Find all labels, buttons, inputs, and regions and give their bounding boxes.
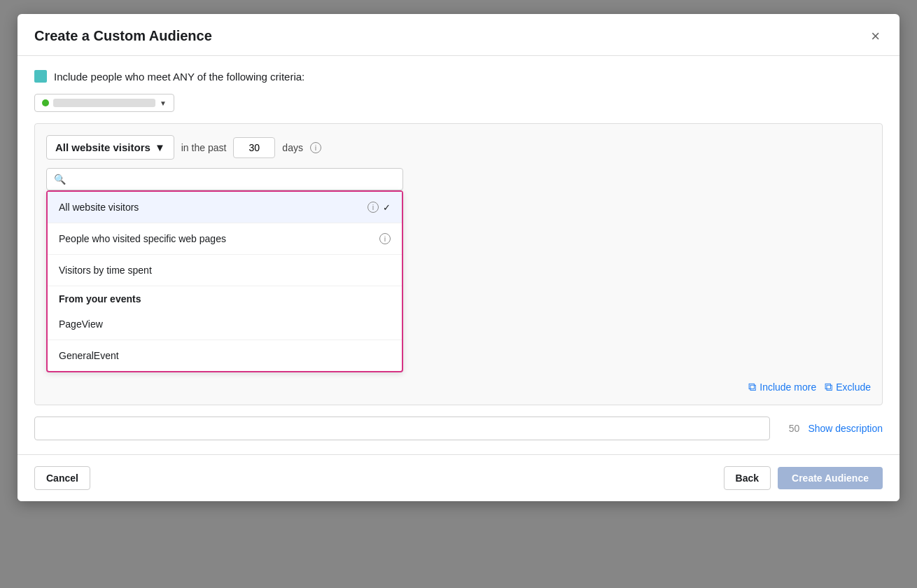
pixel-dropdown[interactable]: ▼	[34, 94, 174, 112]
rule-top-row: All website visitors ▼ in the past days …	[46, 135, 871, 160]
visitor-type-label: All website visitors	[55, 141, 150, 153]
modal-footer: Cancel Back Create Audience	[18, 454, 899, 501]
include-more-icon: ⧉	[748, 381, 756, 393]
check-mark-icon: ✓	[383, 202, 391, 213]
back-button[interactable]: Back	[724, 466, 771, 490]
visitor-type-dropdown-list: All website visitors i ✓ People who visi…	[46, 190, 403, 372]
search-and-dropdown: 🔍 All website visitors i ✓	[46, 168, 871, 372]
modal-body: Include people who meet ANY of the follo…	[18, 56, 899, 454]
item-info-icon[interactable]: i	[368, 202, 379, 213]
pixel-text-placeholder	[53, 99, 155, 107]
include-more-label: Include more	[760, 382, 816, 393]
green-dot-icon	[42, 99, 49, 106]
create-audience-button[interactable]: Create Audience	[778, 467, 883, 489]
dropdown-item-label: People who visited specific web pages	[59, 233, 226, 244]
rule-wrapper: All website visitors ▼ in the past days …	[34, 123, 883, 405]
close-button[interactable]: ×	[868, 29, 883, 44]
search-input[interactable]	[70, 174, 396, 185]
footer-right: Back Create Audience	[724, 466, 883, 490]
rule-actions: ⧉ Include more ⧉ Exclude	[46, 381, 871, 393]
char-count: 50	[778, 423, 799, 434]
exclude-button[interactable]: ⧉ Exclude	[825, 381, 871, 393]
visitor-dropdown-arrow-icon: ▼	[155, 141, 165, 153]
dropdown-item-generalevent[interactable]: GeneralEvent	[48, 340, 402, 371]
dropdown-item-time-spent[interactable]: Visitors by time spent	[48, 255, 402, 286]
pixel-select-row: ▼	[34, 94, 883, 112]
modal-header: Create a Custom Audience ×	[18, 14, 899, 56]
dropdown-item-right: i ✓	[368, 202, 391, 213]
rule-container: All website visitors ▼ in the past days …	[34, 123, 883, 405]
dropdown-item-right: i	[379, 233, 391, 244]
dropdown-item-pageview[interactable]: PageView	[48, 309, 402, 340]
visitor-type-dropdown[interactable]: All website visitors ▼	[46, 135, 174, 160]
exclude-label: Exclude	[836, 382, 871, 393]
dropdown-item-label: PageView	[59, 318, 103, 330]
modal-title: Create a Custom Audience	[34, 28, 212, 44]
search-icon: 🔍	[54, 174, 66, 185]
include-more-button[interactable]: ⧉ Include more	[748, 381, 816, 393]
days-label: days	[282, 142, 303, 153]
in-the-past-label: in the past	[181, 142, 227, 153]
exclude-icon: ⧉	[825, 381, 832, 393]
audience-name-row: 50 Show description	[34, 416, 883, 440]
criteria-label: Include people who meet ANY of the follo…	[54, 71, 304, 83]
days-info-icon[interactable]: i	[310, 142, 321, 153]
search-box: 🔍	[46, 168, 403, 190]
criteria-row: Include people who meet ANY of the follo…	[34, 70, 883, 83]
cancel-button[interactable]: Cancel	[34, 466, 90, 490]
item-info-icon[interactable]: i	[379, 233, 391, 244]
create-custom-audience-modal: Create a Custom Audience × Include peopl…	[18, 14, 899, 501]
pixel-dropdown-arrow-icon: ▼	[160, 99, 167, 107]
dropdown-item-label: Visitors by time spent	[59, 265, 152, 276]
teal-checkbox[interactable]	[34, 70, 47, 83]
dropdown-item-label: All website visitors	[59, 202, 139, 213]
dropdown-item-label: GeneralEvent	[59, 350, 119, 361]
events-section-header: From your events	[48, 286, 402, 309]
dropdown-item-all-visitors[interactable]: All website visitors i ✓	[48, 192, 402, 223]
audience-name-input[interactable]	[34, 416, 770, 440]
days-input[interactable]	[233, 137, 275, 158]
dropdown-item-specific-pages[interactable]: People who visited specific web pages i	[48, 223, 402, 255]
show-description-button[interactable]: Show description	[808, 423, 883, 434]
